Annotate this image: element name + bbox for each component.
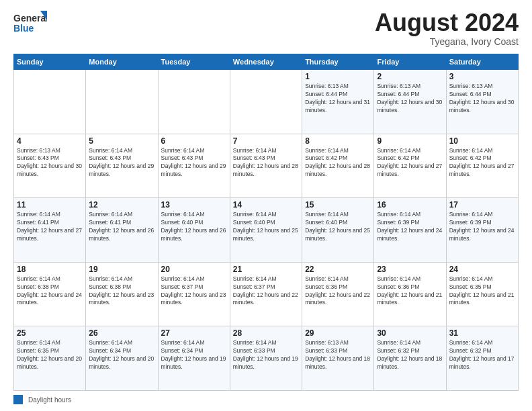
calendar-cell: 5Sunrise: 6:14 AM Sunset: 6:43 PM Daylig… — [86, 134, 158, 198]
col-header-monday: Monday — [86, 54, 158, 70]
week-row-2: 4Sunrise: 6:13 AM Sunset: 6:43 PM Daylig… — [14, 134, 519, 198]
calendar-cell: 12Sunrise: 6:14 AM Sunset: 6:41 PM Dayli… — [86, 198, 158, 263]
day-info: Sunrise: 6:14 AM Sunset: 6:38 PM Dayligh… — [17, 275, 83, 308]
day-number: 4 — [17, 136, 83, 146]
day-number: 27 — [161, 328, 227, 338]
day-number: 8 — [305, 136, 371, 146]
col-header-sunday: Sunday — [14, 54, 86, 70]
day-info: Sunrise: 6:14 AM Sunset: 6:42 PM Dayligh… — [305, 147, 371, 179]
col-header-wednesday: Wednesday — [230, 54, 302, 70]
calendar-cell — [158, 70, 230, 134]
day-info: Sunrise: 6:13 AM Sunset: 6:44 PM Dayligh… — [377, 83, 443, 115]
calendar-cell: 19Sunrise: 6:14 AM Sunset: 6:38 PM Dayli… — [86, 262, 158, 326]
day-number: 7 — [233, 136, 299, 146]
calendar-cell: 26Sunrise: 6:14 AM Sunset: 6:34 PM Dayli… — [86, 326, 158, 391]
col-header-thursday: Thursday — [302, 54, 374, 70]
day-number: 5 — [89, 136, 154, 146]
day-number: 9 — [377, 136, 443, 146]
calendar-cell: 30Sunrise: 6:14 AM Sunset: 6:32 PM Dayli… — [374, 326, 446, 391]
day-info: Sunrise: 6:14 AM Sunset: 6:42 PM Dayligh… — [449, 147, 515, 179]
title-month: August 2024 — [375, 11, 519, 35]
day-info: Sunrise: 6:14 AM Sunset: 6:38 PM Dayligh… — [89, 275, 154, 308]
daylight-icon — [13, 395, 23, 404]
day-number: 26 — [89, 328, 154, 338]
svg-text:General: General — [13, 13, 47, 24]
day-info: Sunrise: 6:14 AM Sunset: 6:43 PM Dayligh… — [161, 147, 227, 179]
calendar-cell: 27Sunrise: 6:14 AM Sunset: 6:34 PM Dayli… — [158, 326, 230, 391]
calendar-cell: 18Sunrise: 6:14 AM Sunset: 6:38 PM Dayli… — [14, 262, 86, 326]
day-info: Sunrise: 6:14 AM Sunset: 6:36 PM Dayligh… — [305, 275, 371, 308]
calendar-cell: 6Sunrise: 6:14 AM Sunset: 6:43 PM Daylig… — [158, 134, 230, 198]
week-row-3: 11Sunrise: 6:14 AM Sunset: 6:41 PM Dayli… — [14, 198, 519, 263]
day-number: 19 — [89, 265, 154, 274]
day-number: 20 — [161, 265, 227, 274]
day-number: 14 — [233, 200, 299, 210]
calendar-header-row: SundayMondayTuesdayWednesdayThursdayFrid… — [14, 54, 519, 70]
day-number: 22 — [305, 265, 371, 274]
footer-label: Daylight hours — [28, 396, 71, 404]
calendar-cell: 3Sunrise: 6:13 AM Sunset: 6:44 PM Daylig… — [446, 70, 518, 134]
day-info: Sunrise: 6:14 AM Sunset: 6:41 PM Dayligh… — [17, 211, 83, 243]
day-info: Sunrise: 6:14 AM Sunset: 6:43 PM Dayligh… — [233, 147, 299, 179]
day-info: Sunrise: 6:14 AM Sunset: 6:42 PM Dayligh… — [377, 147, 443, 179]
day-info: Sunrise: 6:14 AM Sunset: 6:34 PM Dayligh… — [89, 339, 154, 371]
day-number: 3 — [449, 72, 515, 81]
day-info: Sunrise: 6:14 AM Sunset: 6:32 PM Dayligh… — [449, 339, 515, 371]
day-number: 23 — [377, 265, 443, 274]
calendar-cell: 16Sunrise: 6:14 AM Sunset: 6:39 PM Dayli… — [374, 198, 446, 263]
day-number: 6 — [161, 136, 227, 146]
col-header-tuesday: Tuesday — [158, 54, 230, 70]
logo: GeneralBlue — [13, 11, 47, 35]
day-number: 12 — [89, 200, 154, 210]
day-info: Sunrise: 6:14 AM Sunset: 6:41 PM Dayligh… — [89, 211, 154, 243]
calendar-cell: 14Sunrise: 6:14 AM Sunset: 6:40 PM Dayli… — [230, 198, 302, 263]
week-row-5: 25Sunrise: 6:14 AM Sunset: 6:35 PM Dayli… — [14, 326, 519, 391]
calendar-cell: 29Sunrise: 6:13 AM Sunset: 6:33 PM Dayli… — [302, 326, 374, 391]
col-header-saturday: Saturday — [446, 54, 518, 70]
week-row-1: 1Sunrise: 6:13 AM Sunset: 6:44 PM Daylig… — [14, 70, 519, 134]
calendar-cell: 22Sunrise: 6:14 AM Sunset: 6:36 PM Dayli… — [302, 262, 374, 326]
day-info: Sunrise: 6:13 AM Sunset: 6:33 PM Dayligh… — [305, 339, 371, 371]
day-info: Sunrise: 6:14 AM Sunset: 6:39 PM Dayligh… — [449, 211, 515, 243]
calendar-cell: 10Sunrise: 6:14 AM Sunset: 6:42 PM Dayli… — [446, 134, 518, 198]
calendar-cell: 2Sunrise: 6:13 AM Sunset: 6:44 PM Daylig… — [374, 70, 446, 134]
calendar-cell: 20Sunrise: 6:14 AM Sunset: 6:37 PM Dayli… — [158, 262, 230, 326]
logo-svg: GeneralBlue — [13, 11, 47, 35]
day-number: 18 — [17, 265, 83, 274]
col-header-friday: Friday — [374, 54, 446, 70]
calendar-cell: 7Sunrise: 6:14 AM Sunset: 6:43 PM Daylig… — [230, 134, 302, 198]
day-number: 31 — [449, 328, 515, 338]
day-info: Sunrise: 6:14 AM Sunset: 6:43 PM Dayligh… — [89, 147, 154, 179]
day-number: 10 — [449, 136, 515, 146]
day-info: Sunrise: 6:14 AM Sunset: 6:40 PM Dayligh… — [305, 211, 371, 243]
day-info: Sunrise: 6:14 AM Sunset: 6:35 PM Dayligh… — [17, 339, 83, 371]
footer: Daylight hours — [13, 395, 519, 404]
day-info: Sunrise: 6:14 AM Sunset: 6:40 PM Dayligh… — [161, 211, 227, 243]
day-info: Sunrise: 6:13 AM Sunset: 6:43 PM Dayligh… — [17, 147, 83, 179]
day-info: Sunrise: 6:14 AM Sunset: 6:34 PM Dayligh… — [161, 339, 227, 371]
calendar-cell: 25Sunrise: 6:14 AM Sunset: 6:35 PM Dayli… — [14, 326, 86, 391]
day-number: 1 — [305, 72, 371, 81]
calendar-cell: 4Sunrise: 6:13 AM Sunset: 6:43 PM Daylig… — [14, 134, 86, 198]
day-number: 15 — [305, 200, 371, 210]
week-row-4: 18Sunrise: 6:14 AM Sunset: 6:38 PM Dayli… — [14, 262, 519, 326]
calendar-table: SundayMondayTuesdayWednesdayThursdayFrid… — [13, 54, 519, 391]
day-info: Sunrise: 6:14 AM Sunset: 6:33 PM Dayligh… — [233, 339, 299, 371]
header: GeneralBlue August 2024 Tyegana, Ivory C… — [13, 11, 519, 47]
calendar-cell: 13Sunrise: 6:14 AM Sunset: 6:40 PM Dayli… — [158, 198, 230, 263]
calendar-cell: 23Sunrise: 6:14 AM Sunset: 6:36 PM Dayli… — [374, 262, 446, 326]
calendar-cell: 31Sunrise: 6:14 AM Sunset: 6:32 PM Dayli… — [446, 326, 518, 391]
day-info: Sunrise: 6:13 AM Sunset: 6:44 PM Dayligh… — [449, 83, 515, 115]
day-number: 17 — [449, 200, 515, 210]
day-number: 11 — [17, 200, 83, 210]
calendar-cell: 17Sunrise: 6:14 AM Sunset: 6:39 PM Dayli… — [446, 198, 518, 263]
day-number: 2 — [377, 72, 443, 81]
day-number: 21 — [233, 265, 299, 274]
day-number: 16 — [377, 200, 443, 210]
title-location: Tyegana, Ivory Coast — [375, 36, 519, 47]
calendar-cell — [14, 70, 86, 134]
calendar-cell: 28Sunrise: 6:14 AM Sunset: 6:33 PM Dayli… — [230, 326, 302, 391]
svg-text:Blue: Blue — [13, 23, 34, 34]
day-number: 30 — [377, 328, 443, 338]
page: GeneralBlue August 2024 Tyegana, Ivory C… — [0, 0, 532, 411]
